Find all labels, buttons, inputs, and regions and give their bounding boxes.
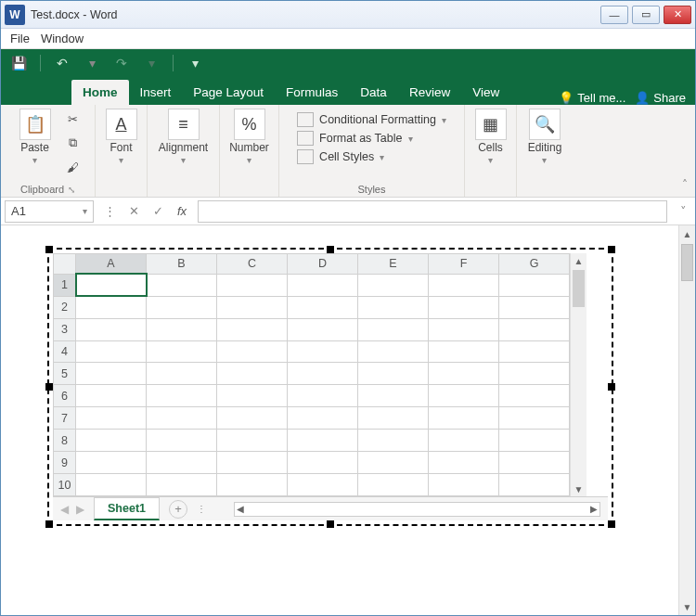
chevron-down-icon[interactable]: ▾ xyxy=(83,206,87,216)
save-icon[interactable]: 💾 xyxy=(10,55,27,71)
cell[interactable] xyxy=(429,474,499,496)
copy-icon[interactable]: ⧉ xyxy=(63,133,84,153)
cell[interactable] xyxy=(217,385,288,407)
cell[interactable] xyxy=(288,452,358,474)
cell-a1[interactable] xyxy=(76,274,147,296)
cell[interactable] xyxy=(499,474,570,496)
cell[interactable] xyxy=(76,363,147,385)
sheet-nav[interactable]: ◀▶ xyxy=(60,503,84,516)
cell-grid[interactable]: A B C D E F G 1 2 3 4 5 6 xyxy=(53,253,570,496)
cell[interactable] xyxy=(429,363,499,385)
sheet-prev-icon[interactable]: ◀ xyxy=(60,503,69,516)
cell-styles-button[interactable]: Cell Styles ▾ xyxy=(297,149,446,164)
cell[interactable] xyxy=(429,296,499,318)
row-header[interactable]: 2 xyxy=(54,296,76,318)
cell[interactable] xyxy=(147,407,217,430)
format-as-table-button[interactable]: Format as Table ▾ xyxy=(297,131,446,146)
number-button[interactable]: % Number▾ xyxy=(225,109,275,166)
tab-insert[interactable]: Insert xyxy=(129,80,183,105)
cell[interactable] xyxy=(147,340,217,363)
cell[interactable] xyxy=(76,296,147,318)
scroll-up-icon[interactable]: ▲ xyxy=(571,253,586,268)
scroll-thumb[interactable] xyxy=(573,270,585,307)
sheet-vertical-scrollbar[interactable]: ▲ ▼ xyxy=(570,253,586,496)
cell[interactable] xyxy=(76,474,147,496)
cells-button[interactable]: ▦ Cells▾ xyxy=(469,109,513,166)
font-button[interactable]: A Font▾ xyxy=(99,109,144,166)
cell[interactable] xyxy=(76,430,147,452)
close-button[interactable]: ✕ xyxy=(664,6,691,24)
row-header[interactable]: 6 xyxy=(54,385,76,407)
cell[interactable] xyxy=(76,385,147,407)
qat-customize-icon[interactable]: ▾ xyxy=(187,55,203,71)
tab-view[interactable]: View xyxy=(461,80,510,105)
cell[interactable] xyxy=(288,385,358,407)
cell[interactable] xyxy=(147,430,217,452)
cell[interactable] xyxy=(499,296,570,318)
cell[interactable] xyxy=(429,340,499,363)
cell[interactable] xyxy=(429,318,499,340)
cell[interactable] xyxy=(147,452,217,474)
cell[interactable] xyxy=(358,385,429,407)
cell[interactable] xyxy=(288,318,358,340)
menu-file[interactable]: File xyxy=(10,32,30,45)
tab-data[interactable]: Data xyxy=(349,80,398,105)
cell[interactable] xyxy=(288,363,358,385)
sheet-next-icon[interactable]: ▶ xyxy=(76,503,84,516)
select-all-corner[interactable] xyxy=(54,254,76,275)
minimize-button[interactable]: — xyxy=(600,6,628,24)
column-header[interactable]: C xyxy=(217,254,288,275)
cell[interactable] xyxy=(217,318,288,340)
cell[interactable] xyxy=(429,430,499,452)
redo-icon[interactable]: ↷ xyxy=(113,55,130,71)
cell[interactable] xyxy=(358,474,429,496)
cell[interactable] xyxy=(147,318,217,340)
cell[interactable] xyxy=(217,452,288,474)
maximize-button[interactable]: ▭ xyxy=(632,6,660,24)
cell[interactable] xyxy=(217,430,288,452)
cell[interactable] xyxy=(217,407,288,430)
cell[interactable] xyxy=(429,407,499,430)
column-header[interactable]: B xyxy=(147,254,217,275)
name-box[interactable]: A1▾ xyxy=(5,200,94,223)
add-sheet-button[interactable]: + xyxy=(169,500,187,519)
editing-button[interactable]: 🔍 Editing▾ xyxy=(522,109,567,166)
resize-handle[interactable] xyxy=(608,246,615,253)
embedded-spreadsheet-object[interactable]: A B C D E F G 1 2 3 4 5 6 xyxy=(47,248,613,526)
cancel-formula-icon[interactable]: ✕ xyxy=(122,200,146,223)
resize-handle[interactable] xyxy=(45,246,53,253)
column-header[interactable]: F xyxy=(429,254,499,275)
row-header[interactable]: 8 xyxy=(54,430,76,452)
tab-page-layout[interactable]: Page Layout xyxy=(182,80,275,105)
conditional-formatting-button[interactable]: Conditional Formatting ▾ xyxy=(297,112,446,127)
alignment-button[interactable]: ≡ Alignment▾ xyxy=(155,109,213,166)
cell[interactable] xyxy=(76,340,147,363)
cell[interactable] xyxy=(499,452,570,474)
cell[interactable] xyxy=(358,407,429,430)
redo-dropdown-icon[interactable]: ▾ xyxy=(143,55,160,71)
cell[interactable] xyxy=(429,274,499,296)
cell[interactable] xyxy=(147,474,217,496)
cell[interactable] xyxy=(358,363,429,385)
cell[interactable] xyxy=(217,474,288,496)
tab-review[interactable]: Review xyxy=(398,80,461,105)
row-header[interactable]: 9 xyxy=(54,452,76,474)
cell[interactable] xyxy=(288,430,358,452)
resize-handle[interactable] xyxy=(608,383,615,391)
cell[interactable] xyxy=(499,385,570,407)
scroll-up-icon[interactable]: ▲ xyxy=(679,225,695,242)
sheet-horizontal-scrollbar[interactable]: ◀▶ xyxy=(234,502,600,517)
resize-handle[interactable] xyxy=(45,383,53,391)
format-painter-icon[interactable]: 🖌 xyxy=(63,157,84,177)
cell[interactable] xyxy=(288,296,358,318)
doc-vertical-scrollbar[interactable]: ▲ ▼ xyxy=(678,225,695,615)
resize-handle[interactable] xyxy=(327,246,334,253)
row-header[interactable]: 10 xyxy=(54,474,76,496)
cell[interactable] xyxy=(147,296,217,318)
enter-formula-icon[interactable]: ✓ xyxy=(146,200,170,223)
fx-icon[interactable]: fx xyxy=(170,200,194,223)
scroll-thumb[interactable] xyxy=(681,244,693,281)
cell[interactable] xyxy=(358,452,429,474)
row-header[interactable]: 1 xyxy=(54,274,76,296)
scroll-down-icon[interactable]: ▼ xyxy=(679,598,695,615)
